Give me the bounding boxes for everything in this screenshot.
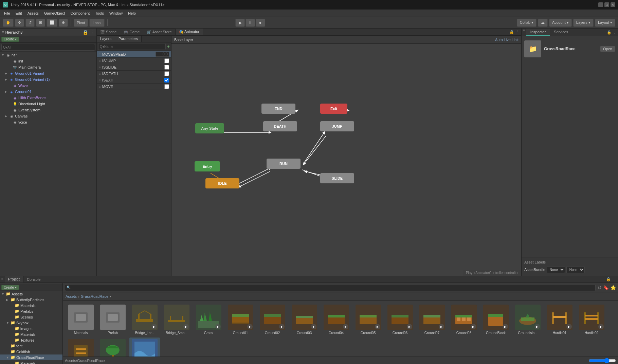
hierarchy-item[interactable]: ▼ ◉ ns* [0, 52, 96, 58]
menu-tools[interactable]: Tools [92, 11, 107, 16]
state-any-state[interactable]: Any State [195, 123, 224, 133]
layout-button[interactable]: Layout ▾ [595, 19, 615, 27]
asset-item-bridge-lar[interactable]: ▶ Bridge_Lar... [129, 303, 160, 336]
menu-help[interactable]: Help [125, 11, 139, 16]
asset-item-ground01[interactable]: ▶ Ground01 [225, 303, 256, 336]
pivot-button[interactable]: Pivot [74, 19, 88, 27]
asset-star-icon[interactable]: ⭐ [610, 285, 616, 290]
animator-graph[interactable]: Base Layer Auto Live Link [171, 36, 521, 276]
cloud-button[interactable]: ☁ [538, 19, 548, 27]
inspector-lock[interactable]: 🔒 [607, 30, 612, 35]
hierarchy-item[interactable]: ◉ Lilith ExtraBones [0, 95, 96, 101]
tree-item[interactable]: ▼ 📁 Assets [0, 291, 62, 297]
param-item[interactable]: ≡ ISSLIDE [97, 64, 171, 71]
animator-layers-tab[interactable]: Layers [97, 36, 115, 42]
asset-item-ground08[interactable]: ▶ Ground08 [449, 303, 479, 336]
tree-item[interactable]: 📁 Materials [0, 303, 62, 308]
hierarchy-item[interactable]: ◉ init_ [0, 58, 96, 64]
project-menu[interactable]: ⋮ [612, 277, 616, 281]
tab-inspector[interactable]: Inspector [526, 29, 550, 36]
tree-item[interactable]: 📁 images [0, 326, 62, 331]
asset-bundle-dropdown1[interactable]: None [547, 266, 565, 273]
param-checkbox-checked[interactable] [164, 78, 169, 83]
asset-item-hurdle03[interactable]: ▶ Hurdle03 [66, 338, 96, 357]
tab-console[interactable]: Console [23, 276, 44, 283]
state-entry[interactable]: Entry [195, 161, 220, 171]
panel-lock-btn[interactable]: 🔒 [509, 30, 514, 34]
asset-item-hurdle02[interactable]: ▶ Hurdle02 [576, 303, 607, 336]
tree-item[interactable]: 📁 Prefabs [0, 308, 62, 314]
asset-item-ground05[interactable]: ▶ Ground05 [353, 303, 383, 336]
maximize-button[interactable]: □ [604, 2, 609, 7]
hierarchy-search-input[interactable] [1, 44, 95, 51]
param-item[interactable]: ≡ ISDEATH [97, 71, 171, 77]
rect-tool[interactable]: ⬜ [47, 19, 57, 27]
tab-scene[interactable]: 🎬 Scene [97, 29, 120, 35]
hierarchy-item[interactable]: ▶ ◈ Ground01 Variant (1) [0, 76, 96, 83]
open-button[interactable]: Open [600, 46, 615, 52]
tab-animator[interactable]: 🎭 Animator [176, 29, 203, 35]
breadcrumb-grassroadrace[interactable]: GrassRoadRace [81, 294, 108, 298]
param-item[interactable]: ≡ MOVESPEED [97, 51, 171, 58]
asset-item-ground06[interactable]: ▶ Ground06 [385, 303, 415, 336]
step-button[interactable]: ⏭ [256, 19, 265, 27]
tab-game[interactable]: 🎮 Game [120, 29, 143, 35]
asset-item-bridge-sma[interactable]: ▶ Bridge_Sma... [161, 303, 192, 336]
hierarchy-item[interactable]: 📷 Main Camera [0, 64, 96, 70]
param-checkbox[interactable] [164, 71, 169, 76]
asset-item-ground02[interactable]: ▶ Ground02 [257, 303, 288, 336]
local-button[interactable]: Local [89, 19, 104, 27]
hierarchy-item[interactable]: ◉ Wave [0, 83, 96, 89]
menu-file[interactable]: File [1, 11, 13, 16]
asset-item-groundisla[interactable]: ▶ GroundIsla... [512, 303, 543, 336]
tree-item-selected[interactable]: ▼ 📁 GrassRoadRace [0, 354, 62, 360]
inspector-menu[interactable]: ⋮ [613, 30, 617, 35]
asset-item-wave[interactable]: ▶ Wave [129, 338, 160, 357]
state-death[interactable]: DEATH [263, 121, 297, 131]
asset-item-palmtree[interactable]: ▶ PalmTree [97, 338, 128, 357]
hierarchy-item[interactable]: 💡 Directional Light [0, 101, 96, 107]
scale-tool[interactable]: ⊞ [36, 19, 45, 27]
param-checkbox[interactable] [164, 65, 169, 70]
asset-item-ground04[interactable]: ▶ Ground04 [321, 303, 351, 336]
state-end[interactable]: END [261, 104, 295, 114]
account-button[interactable]: Account ▾ [549, 19, 572, 27]
hand-tool[interactable]: ✋ [3, 19, 14, 27]
asset-item-ground07[interactable]: ▶ Ground07 [417, 303, 447, 336]
transform-tool[interactable]: ⊕ [59, 19, 68, 27]
layers-button[interactable]: Layers ▾ [573, 19, 594, 27]
tree-item[interactable]: 📁 Materials [0, 331, 62, 337]
hierarchy-lock[interactable]: 🔒 [83, 30, 88, 35]
param-add-button[interactable]: + [167, 44, 170, 49]
panel-menu-btn[interactable]: ⋮ [515, 30, 519, 34]
tree-item[interactable]: 📁 Goldfish [0, 349, 62, 354]
asset-search-input[interactable] [65, 284, 596, 291]
tree-item[interactable]: 📁 Scenes [0, 314, 62, 320]
breadcrumb-assets[interactable]: Assets [66, 294, 77, 298]
asset-item-prefab[interactable]: Prefab [97, 303, 128, 336]
collab-button[interactable]: Collab ▾ [517, 19, 537, 27]
tree-item[interactable]: 📁 Textures [0, 337, 62, 343]
param-item[interactable]: ≡ ISJUMP [97, 58, 171, 64]
asset-item-grass[interactable]: ▶ Grass [193, 303, 224, 336]
asset-sync-icon[interactable]: ↺ [598, 285, 602, 290]
asset-item-groundblock[interactable]: ▶ GroundBlock [480, 303, 511, 336]
hierarchy-item[interactable]: ▶ ◈ Ground01 Variant [0, 70, 96, 76]
state-slide[interactable]: SLIDE [320, 173, 354, 183]
menu-assets[interactable]: Assets [25, 11, 41, 16]
state-run[interactable]: RUN [267, 159, 301, 169]
param-checkbox[interactable] [164, 58, 169, 63]
hierarchy-create-button[interactable]: Create ▾ [1, 37, 19, 42]
move-tool[interactable]: ✛ [15, 19, 24, 27]
tree-item[interactable]: ▶ 📁 ButterflyParticles [0, 297, 62, 303]
close-button[interactable]: ✕ [611, 2, 615, 7]
menu-window[interactable]: Window [107, 11, 125, 16]
param-search-input[interactable] [98, 43, 166, 50]
param-item[interactable]: ≡ MOVE [97, 84, 171, 90]
pause-button[interactable]: ⏸ [246, 19, 255, 27]
hierarchy-item[interactable]: ◉ voice [0, 119, 96, 125]
menu-edit[interactable]: Edit [13, 11, 25, 16]
minimize-button[interactable]: — [598, 2, 603, 7]
tree-item[interactable]: ▼ 📁 Skybox [0, 320, 62, 326]
asset-bundle-dropdown2[interactable]: None [566, 266, 585, 273]
